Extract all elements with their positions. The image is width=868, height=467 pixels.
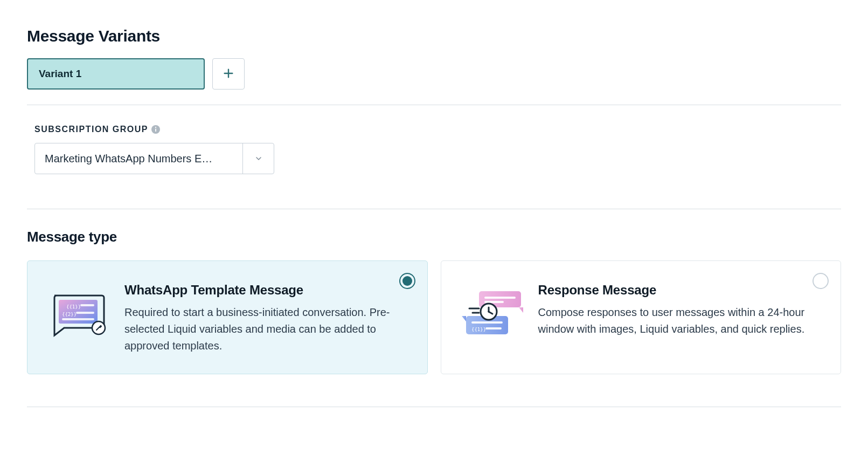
subscription-group-label-row: SUBSCRIPTION GROUP	[34, 125, 841, 134]
divider	[27, 209, 841, 209]
radio-icon	[813, 273, 829, 289]
svg-text:{{1}}: {{1}}	[471, 327, 486, 332]
svg-point-4	[155, 127, 156, 128]
card-description: Compose responses to user messages withi…	[538, 304, 822, 338]
message-variants-heading: Message Variants	[27, 27, 841, 45]
message-type-option-template[interactable]: {{1}} {{2}} WhatsApp Template Message Re…	[27, 260, 428, 374]
response-message-icon: {{1}}	[461, 280, 525, 345]
svg-text:{{2}}: {{2}}	[62, 312, 77, 317]
divider	[27, 105, 841, 105]
subscription-group-select[interactable]: Marketing WhatsApp Numbers E…	[34, 143, 274, 174]
svg-rect-10	[62, 318, 94, 320]
message-type-option-response[interactable]: {{1}} Response Message Compose responses…	[441, 260, 842, 374]
svg-marker-15	[519, 307, 523, 313]
card-title: Response Message	[538, 283, 822, 298]
svg-rect-19	[485, 327, 502, 329]
svg-rect-13	[484, 297, 516, 299]
variants-row: Variant 1	[27, 58, 841, 90]
message-type-options: {{1}} {{2}} WhatsApp Template Message Re…	[27, 260, 841, 374]
message-type-heading: Message type	[27, 229, 841, 245]
subscription-group-label: SUBSCRIPTION GROUP	[34, 125, 148, 134]
svg-marker-20	[462, 316, 466, 321]
svg-rect-7	[80, 304, 94, 306]
subscription-group-selected-value: Marketing WhatsApp Numbers E…	[35, 143, 242, 174]
svg-rect-17	[471, 321, 503, 324]
svg-rect-9	[76, 312, 94, 314]
variant-tab-label: Variant 1	[39, 68, 81, 80]
chevron-down-icon	[242, 143, 274, 174]
svg-rect-3	[155, 129, 156, 132]
variant-tab-1[interactable]: Variant 1	[27, 58, 205, 90]
card-title: WhatsApp Template Message	[124, 283, 408, 298]
info-icon[interactable]	[151, 125, 160, 134]
svg-text:{{1}}: {{1}}	[66, 304, 81, 310]
divider	[27, 407, 841, 407]
card-description: Required to start a business-initiated c…	[124, 304, 408, 354]
svg-rect-14	[484, 301, 504, 303]
add-variant-button[interactable]	[212, 58, 245, 90]
radio-icon	[399, 273, 415, 289]
plus-icon	[223, 67, 234, 81]
template-message-icon: {{1}} {{2}}	[47, 280, 112, 345]
